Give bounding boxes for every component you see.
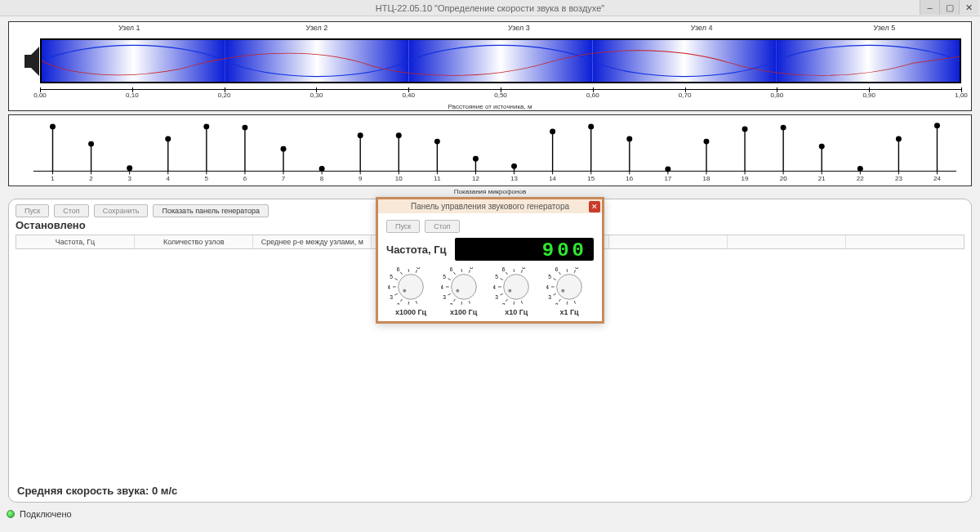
generator-panel[interactable]: Панель управления звукового генератора ✕… bbox=[376, 197, 604, 324]
svg-text:5: 5 bbox=[496, 274, 499, 279]
mic-tick: 18 bbox=[703, 175, 710, 182]
svg-line-69 bbox=[408, 269, 409, 272]
svg-text:4: 4 bbox=[493, 284, 496, 290]
node-label: Узел 5 bbox=[874, 24, 896, 32]
maximize-icon[interactable]: ▢ bbox=[939, 0, 959, 15]
svg-text:2: 2 bbox=[397, 302, 400, 305]
mic-tick: 17 bbox=[664, 175, 671, 182]
svg-rect-1 bbox=[42, 40, 225, 82]
svg-line-109 bbox=[514, 269, 514, 272]
mic-stem bbox=[319, 166, 325, 172]
start-button[interactable]: Пуск bbox=[16, 204, 49, 217]
svg-rect-4 bbox=[592, 40, 776, 82]
svg-marker-0 bbox=[24, 47, 39, 76]
minimize-icon[interactable]: – bbox=[920, 0, 939, 15]
knob-label: х1000 Гц bbox=[386, 308, 435, 316]
mic-stem bbox=[473, 156, 479, 162]
svg-line-85 bbox=[448, 279, 450, 280]
node-label: Узел 3 bbox=[508, 24, 530, 32]
svg-text:2: 2 bbox=[502, 302, 506, 305]
mic-tick: 23 bbox=[895, 175, 902, 182]
close-icon[interactable]: ✕ bbox=[959, 0, 978, 15]
distance-tick: 0,40 bbox=[402, 92, 415, 99]
mic-tick: 12 bbox=[472, 175, 479, 182]
svg-line-91 bbox=[469, 270, 470, 273]
svg-line-101 bbox=[501, 293, 503, 295]
window-title: НТЦ-22.05.10 "Определение скорости звука… bbox=[376, 3, 604, 13]
mic-stem bbox=[819, 144, 825, 150]
mic-stem bbox=[203, 123, 209, 129]
svg-line-81 bbox=[448, 293, 450, 295]
knob-label: х1 Гц bbox=[545, 308, 594, 316]
svg-text:6: 6 bbox=[502, 267, 506, 272]
stop-button[interactable]: Стоп bbox=[54, 204, 88, 217]
svg-text:5: 5 bbox=[390, 274, 393, 279]
save-button[interactable]: Сохранить bbox=[94, 204, 149, 217]
svg-line-117 bbox=[567, 302, 568, 305]
mic-tick: 10 bbox=[395, 175, 403, 182]
svg-line-95 bbox=[522, 301, 523, 304]
frequency-knob[interactable]: 012345678 х100 Гц bbox=[439, 267, 488, 316]
mic-tick: 9 bbox=[359, 175, 363, 182]
svg-text:8: 8 bbox=[416, 267, 420, 270]
svg-line-75 bbox=[469, 301, 470, 304]
svg-line-121 bbox=[553, 293, 555, 295]
mic-stem bbox=[742, 126, 748, 132]
svg-point-94 bbox=[456, 289, 459, 293]
mic-stem bbox=[396, 132, 402, 138]
svg-line-115 bbox=[574, 301, 575, 304]
distance-tick: 0,60 bbox=[586, 92, 599, 99]
svg-rect-5 bbox=[776, 40, 960, 82]
frequency-display: 900 bbox=[455, 238, 594, 261]
knob-label: х100 Гц bbox=[439, 308, 488, 316]
svg-line-79 bbox=[453, 299, 455, 302]
node-label: Узел 2 bbox=[306, 24, 328, 32]
mic-tick: 4 bbox=[167, 175, 171, 182]
mic-stem bbox=[934, 123, 940, 128]
svg-text:7: 7 bbox=[565, 267, 568, 268]
frequency-knob[interactable]: 012345678 х1000 Гц bbox=[386, 267, 435, 316]
mic-tick: 16 bbox=[626, 175, 633, 182]
generator-title[interactable]: Панель управления звукового генератора ✕ bbox=[378, 199, 602, 213]
mic-axis-label: Показания микрофонов bbox=[8, 188, 972, 195]
distance-tick: 0,20 bbox=[218, 92, 231, 99]
frequency-knob[interactable]: 012345678 х10 Гц bbox=[492, 267, 541, 316]
svg-line-119 bbox=[559, 299, 560, 302]
window-titlebar: НТЦ-22.05.10 "Определение скорости звука… bbox=[0, 0, 980, 16]
svg-text:6: 6 bbox=[397, 267, 400, 272]
svg-line-67 bbox=[400, 272, 402, 275]
distance-tick: 0,00 bbox=[33, 92, 47, 99]
wave-tube bbox=[40, 38, 961, 83]
table-header-cell bbox=[609, 235, 728, 248]
svg-text:3: 3 bbox=[548, 294, 551, 300]
svg-text:5: 5 bbox=[548, 274, 551, 279]
mic-tick: 11 bbox=[434, 175, 441, 182]
show-generator-button[interactable]: Показать панель генератора bbox=[153, 204, 269, 217]
connection-status: Подключено bbox=[0, 506, 980, 522]
generator-close-icon[interactable]: ✕ bbox=[589, 201, 600, 212]
avg-speed-label: Средняя скорость звука: 0 м/с bbox=[17, 485, 177, 497]
distance-tick: 0,80 bbox=[771, 92, 784, 99]
svg-line-127 bbox=[559, 272, 560, 275]
mic-stem bbox=[358, 132, 363, 138]
generator-stop-button[interactable]: Стоп bbox=[425, 220, 459, 233]
svg-text:3: 3 bbox=[443, 294, 446, 300]
svg-text:4: 4 bbox=[441, 284, 443, 290]
svg-text:8: 8 bbox=[470, 267, 473, 270]
mic-tick: 19 bbox=[742, 175, 749, 182]
mic-stem bbox=[588, 123, 594, 129]
status-led-icon bbox=[7, 510, 15, 518]
svg-text:7: 7 bbox=[407, 267, 410, 268]
distance-tick: 0,70 bbox=[679, 92, 692, 99]
frequency-knob[interactable]: 012345678 х1 Гц bbox=[545, 267, 594, 316]
svg-line-131 bbox=[574, 270, 575, 273]
svg-line-77 bbox=[461, 302, 462, 305]
svg-text:6: 6 bbox=[449, 267, 452, 272]
mic-tick: 13 bbox=[510, 175, 518, 182]
mic-stem bbox=[781, 125, 786, 131]
svg-line-87 bbox=[453, 272, 455, 275]
generator-start-button[interactable]: Пуск bbox=[386, 220, 420, 233]
distance-tick: 1,00 bbox=[955, 92, 968, 99]
mic-tick: 20 bbox=[780, 175, 787, 182]
table-header-cell: Среднее р-е между узлами, м bbox=[253, 235, 372, 248]
